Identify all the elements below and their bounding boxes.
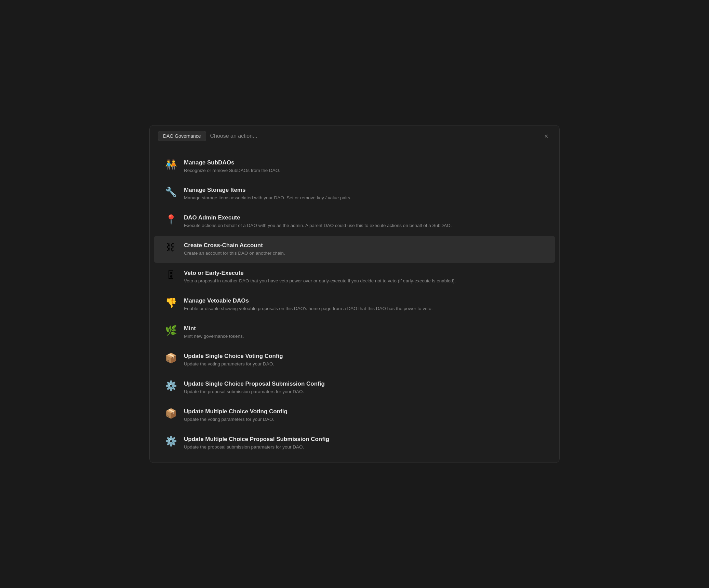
create-cross-chain-account-title: Create Cross-Chain Account <box>184 242 544 249</box>
manage-subdaos-description: Recognize or remove SubDAOs from the DAO… <box>184 168 544 174</box>
menu-item-manage-vetoable-daos[interactable]: 👎Manage Vetoable DAOsEnable or disable s… <box>154 291 555 318</box>
update-multiple-choice-proposal-submission-config-description: Update the proposal submission paramater… <box>184 444 544 451</box>
close-button[interactable]: × <box>541 131 551 141</box>
manage-subdaos-icon: 🧑‍🤝‍🧑 <box>165 160 177 170</box>
update-multiple-choice-voting-config-description: Update the voting parameters for your DA… <box>184 416 544 423</box>
update-single-choice-proposal-submission-config-description: Update the proposal submission paramater… <box>184 389 544 395</box>
update-multiple-choice-voting-config-icon: 📦 <box>165 409 177 418</box>
manage-storage-items-description: Manage storage items associated with you… <box>184 195 544 201</box>
veto-or-early-execute-icon: 🎛 <box>165 270 177 280</box>
menu-item-update-single-choice-proposal-submission-config[interactable]: ⚙️Update Single Choice Proposal Submissi… <box>154 374 555 401</box>
dao-admin-execute-title: DAO Admin Execute <box>184 214 544 221</box>
menu-item-manage-subdaos[interactable]: 🧑‍🤝‍🧑Manage SubDAOsRecognize or remove S… <box>154 153 555 180</box>
menu-item-update-multiple-choice-proposal-submission-config[interactable]: ⚙️Update Multiple Choice Proposal Submis… <box>154 430 555 457</box>
update-single-choice-proposal-submission-config-content: Update Single Choice Proposal Submission… <box>184 380 544 395</box>
menu-item-manage-storage-items[interactable]: 🔧Manage Storage ItemsManage storage item… <box>154 181 555 208</box>
menu-item-dao-admin-execute[interactable]: 📍DAO Admin ExecuteExecute actions on beh… <box>154 208 555 235</box>
dao-admin-execute-icon: 📍 <box>165 215 177 225</box>
update-single-choice-voting-config-title: Update Single Choice Voting Config <box>184 353 544 360</box>
create-cross-chain-account-icon: ⛓ <box>165 243 177 252</box>
mint-description: Mint new governance tokens. <box>184 333 544 340</box>
manage-subdaos-title: Manage SubDAOs <box>184 159 544 166</box>
create-cross-chain-account-description: Create an account for this DAO on anothe… <box>184 250 544 257</box>
mint-icon: 🌿 <box>165 326 177 335</box>
menu-item-update-multiple-choice-voting-config[interactable]: 📦Update Multiple Choice Voting ConfigUpd… <box>154 402 555 429</box>
mint-content: MintMint new governance tokens. <box>184 325 544 340</box>
menu-item-update-single-choice-voting-config[interactable]: 📦Update Single Choice Voting ConfigUpdat… <box>154 347 555 374</box>
update-single-choice-proposal-submission-config-icon: ⚙️ <box>165 381 177 391</box>
update-multiple-choice-proposal-submission-config-icon: ⚙️ <box>165 437 177 446</box>
modal-subtitle: Choose an action... <box>210 133 538 139</box>
dao-admin-execute-content: DAO Admin ExecuteExecute actions on beha… <box>184 214 544 229</box>
update-multiple-choice-proposal-submission-config-title: Update Multiple Choice Proposal Submissi… <box>184 436 544 443</box>
manage-storage-items-content: Manage Storage ItemsManage storage items… <box>184 187 544 201</box>
update-multiple-choice-voting-config-content: Update Multiple Choice Voting ConfigUpda… <box>184 408 544 423</box>
update-single-choice-voting-config-content: Update Single Choice Voting ConfigUpdate… <box>184 353 544 368</box>
veto-or-early-execute-content: Veto or Early-ExecuteVeto a proposal in … <box>184 270 544 284</box>
dao-admin-execute-description: Execute actions on behalf of a DAO with … <box>184 223 544 229</box>
menu-item-create-cross-chain-account[interactable]: ⛓Create Cross-Chain AccountCreate an acc… <box>154 236 555 263</box>
update-single-choice-proposal-submission-config-title: Update Single Choice Proposal Submission… <box>184 380 544 387</box>
update-single-choice-voting-config-icon: 📦 <box>165 353 177 363</box>
manage-vetoable-daos-title: Manage Vetoable DAOs <box>184 297 544 304</box>
manage-vetoable-daos-content: Manage Vetoable DAOsEnable or disable sh… <box>184 297 544 312</box>
update-multiple-choice-proposal-submission-config-content: Update Multiple Choice Proposal Submissi… <box>184 436 544 451</box>
manage-vetoable-daos-description: Enable or disable showing vetoable propo… <box>184 306 544 312</box>
menu-item-veto-or-early-execute[interactable]: 🎛Veto or Early-ExecuteVeto a proposal in… <box>154 264 555 291</box>
manage-subdaos-content: Manage SubDAOsRecognize or remove SubDAO… <box>184 159 544 174</box>
veto-or-early-execute-description: Veto a proposal in another DAO that you … <box>184 278 544 284</box>
menu-item-mint[interactable]: 🌿MintMint new governance tokens. <box>154 319 555 346</box>
modal-header: DAO Governance Choose an action... × <box>150 125 559 147</box>
dao-governance-badge: DAO Governance <box>158 131 206 141</box>
manage-storage-items-icon: 🔧 <box>165 187 177 197</box>
update-single-choice-voting-config-description: Update the voting parameters for your DA… <box>184 361 544 368</box>
modal-body: 🧑‍🤝‍🧑Manage SubDAOsRecognize or remove S… <box>150 147 559 463</box>
create-cross-chain-account-content: Create Cross-Chain AccountCreate an acco… <box>184 242 544 257</box>
veto-or-early-execute-title: Veto or Early-Execute <box>184 270 544 277</box>
modal-container: DAO Governance Choose an action... × 🧑‍🤝… <box>149 125 560 463</box>
mint-title: Mint <box>184 325 544 332</box>
manage-storage-items-title: Manage Storage Items <box>184 187 544 193</box>
update-multiple-choice-voting-config-title: Update Multiple Choice Voting Config <box>184 408 544 415</box>
manage-vetoable-daos-icon: 👎 <box>165 298 177 308</box>
